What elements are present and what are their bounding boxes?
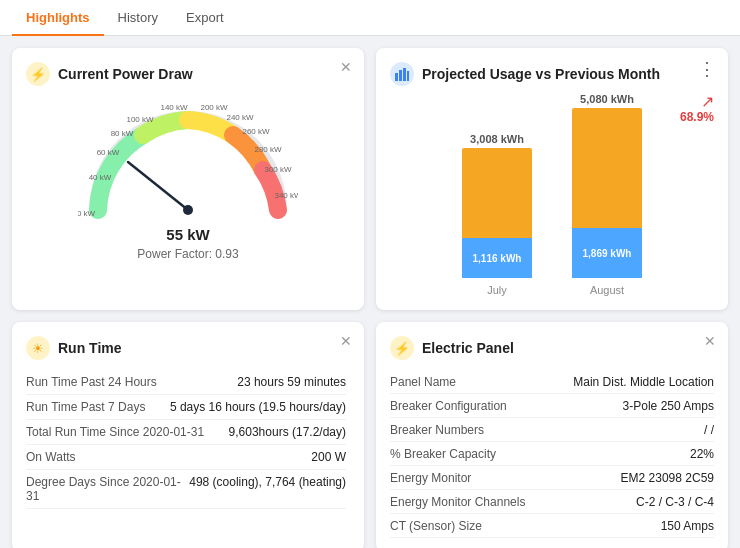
ep-row-4: Energy Monitor EM2 23098 2C59: [390, 466, 714, 490]
svg-text:80 kW: 80 kW: [111, 129, 134, 138]
rt-label-2: Total Run Time Since 2020-01-31: [26, 425, 221, 439]
rt-label-1: Run Time Past 7 Days: [26, 400, 162, 414]
card-header-runtime: ☀ Run Time: [26, 336, 350, 360]
trend-arrow-icon: ↗: [701, 94, 714, 110]
electric-panel-card: ⚡ Electric Panel ✕ Panel Name Main Dist.…: [376, 322, 728, 548]
runtime-icon: ☀: [26, 336, 50, 360]
july-bar-stack: 1,116 kWh: [462, 148, 532, 278]
ep-row-6: CT (Sensor) Size 150 Amps: [390, 514, 714, 538]
ep-value-1: 3-Pole 250 Amps: [623, 399, 714, 413]
bar-july-wrap: 3,008 kWh 1,116 kWh: [462, 133, 532, 278]
rt-label-4: Degree Days Since 2020-01-31: [26, 475, 181, 503]
svg-text:100 kW: 100 kW: [126, 115, 154, 124]
rt-value-2: 9,603hours (17.2/day): [229, 425, 346, 439]
svg-text:280 kW: 280 kW: [254, 145, 282, 154]
power-icon: ⚡: [26, 62, 50, 86]
projected-more-menu[interactable]: ⋮: [698, 60, 716, 78]
bar-chart-area: 3,008 kWh 1,116 kWh July 5,080 kWh: [390, 96, 714, 296]
ep-value-5: C-2 / C-3 / C-4: [636, 495, 714, 509]
current-power-draw-card: ⚡ Current Power Draw ✕: [12, 48, 364, 310]
panel-title: Electric Panel: [422, 340, 514, 356]
svg-text:140 kW: 140 kW: [160, 103, 188, 112]
run-time-card: ☀ Run Time ✕ Run Time Past 24 Hours 23 h…: [12, 322, 364, 548]
svg-rect-15: [399, 70, 402, 81]
august-x-label: August: [590, 284, 624, 296]
rt-value-0: 23 hours 59 minutes: [237, 375, 346, 389]
svg-text:0 kW: 0 kW: [78, 209, 96, 218]
rt-row-0: Run Time Past 24 Hours 23 hours 59 minut…: [26, 370, 346, 395]
power-draw-close[interactable]: ✕: [340, 60, 352, 74]
ep-value-6: 150 Amps: [661, 519, 714, 533]
svg-rect-17: [407, 71, 409, 81]
panel-icon: ⚡: [390, 336, 414, 360]
rt-label-3: On Watts: [26, 450, 303, 464]
ep-label-6: CT (Sensor) Size: [390, 519, 482, 533]
rt-row-3: On Watts 200 W: [26, 445, 346, 470]
bar-july: 3,008 kWh 1,116 kWh July: [462, 133, 532, 296]
ep-value-3: 22%: [690, 447, 714, 461]
rt-label-0: Run Time Past 24 Hours: [26, 375, 229, 389]
dashboard: ⚡ Current Power Draw ✕: [0, 36, 740, 548]
svg-text:60 kW: 60 kW: [97, 148, 120, 157]
svg-text:260 kW: 260 kW: [242, 127, 270, 136]
projected-usage-card: Projected Usage vs Previous Month ⋮ ↗ 68…: [376, 48, 728, 310]
runtime-table: Run Time Past 24 Hours 23 hours 59 minut…: [26, 370, 350, 509]
trend-badge: ↗ 68.9%: [680, 94, 714, 124]
ep-row-3: % Breaker Capacity 22%: [390, 442, 714, 466]
august-blue-label: 1,869 kWh: [583, 248, 632, 259]
ep-label-1: Breaker Configuration: [390, 399, 507, 413]
ep-value-4: EM2 23098 2C59: [621, 471, 714, 485]
rt-value-3: 200 W: [311, 450, 346, 464]
bar-august: 5,080 kWh 1,869 kWh August: [572, 93, 642, 296]
svg-point-13: [183, 205, 193, 215]
ep-label-4: Energy Monitor: [390, 471, 471, 485]
card-header-panel: ⚡ Electric Panel: [390, 336, 714, 360]
ep-row-5: Energy Monitor Channels C-2 / C-3 / C-4: [390, 490, 714, 514]
august-bar-stack: 1,869 kWh: [572, 108, 642, 278]
runtime-close[interactable]: ✕: [340, 334, 352, 348]
projected-title: Projected Usage vs Previous Month: [422, 66, 660, 82]
card-header-projected: Projected Usage vs Previous Month: [390, 62, 714, 86]
august-orange-seg: [572, 108, 642, 228]
july-blue-seg: 1,116 kWh: [462, 238, 532, 278]
bar-august-wrap: 5,080 kWh 1,869 kWh: [572, 93, 642, 278]
tab-history[interactable]: History: [104, 0, 172, 36]
svg-rect-16: [403, 68, 406, 81]
runtime-title: Run Time: [58, 340, 122, 356]
gauge-svg: 0 kW 40 kW 60 kW 80 kW 100 kW 140 kW 200…: [78, 100, 298, 230]
svg-text:200 kW: 200 kW: [200, 103, 228, 112]
chart-icon: [390, 62, 414, 86]
svg-text:240 kW: 240 kW: [226, 113, 254, 122]
trend-percentage: 68.9%: [680, 110, 714, 124]
panel-close[interactable]: ✕: [704, 334, 716, 348]
power-factor: Power Factor: 0.93: [137, 247, 238, 261]
august-top-label: 5,080 kWh: [580, 93, 634, 105]
svg-text:300 kW: 300 kW: [264, 165, 292, 174]
svg-line-12: [128, 162, 188, 210]
ep-row-1: Breaker Configuration 3-Pole 250 Amps: [390, 394, 714, 418]
panel-table: Panel Name Main Dist. Middle Location Br…: [390, 370, 714, 538]
rt-row-2: Total Run Time Since 2020-01-31 9,603hou…: [26, 420, 346, 445]
july-x-label: July: [487, 284, 507, 296]
ep-value-2: / /: [704, 423, 714, 437]
tab-highlights[interactable]: Highlights: [12, 0, 104, 36]
july-orange-seg: [462, 148, 532, 238]
ep-label-5: Energy Monitor Channels: [390, 495, 525, 509]
power-draw-title: Current Power Draw: [58, 66, 193, 82]
august-blue-seg: 1,869 kWh: [572, 228, 642, 278]
rt-row-1: Run Time Past 7 Days 5 days 16 hours (19…: [26, 395, 346, 420]
july-top-label: 3,008 kWh: [470, 133, 524, 145]
svg-text:340 kW: 340 kW: [274, 191, 298, 200]
rt-value-4: 498 (cooling), 7,764 (heating): [189, 475, 346, 503]
july-blue-label: 1,116 kWh: [473, 253, 522, 264]
top-nav: Highlights History Export: [0, 0, 740, 36]
ep-label-3: % Breaker Capacity: [390, 447, 496, 461]
ep-label-0: Panel Name: [390, 375, 456, 389]
svg-text:40 kW: 40 kW: [89, 173, 112, 182]
tab-export[interactable]: Export: [172, 0, 238, 36]
ep-row-2: Breaker Numbers / /: [390, 418, 714, 442]
ep-value-0: Main Dist. Middle Location: [573, 375, 714, 389]
ep-row-0: Panel Name Main Dist. Middle Location: [390, 370, 714, 394]
gauge-container: 0 kW 40 kW 60 kW 80 kW 100 kW 140 kW 200…: [26, 96, 350, 263]
rt-value-1: 5 days 16 hours (19.5 hours/day): [170, 400, 346, 414]
